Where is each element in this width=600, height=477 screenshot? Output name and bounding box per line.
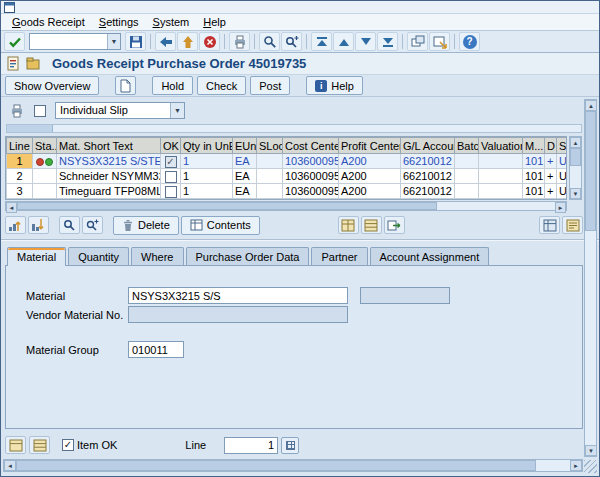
save-icon[interactable] bbox=[125, 32, 146, 51]
delete-button[interactable]: Delete bbox=[113, 216, 179, 235]
scrollbar-thumb[interactable] bbox=[16, 460, 536, 471]
col-cost-center[interactable]: Cost Center bbox=[283, 138, 339, 154]
col-movement[interactable]: M... bbox=[523, 138, 545, 154]
slip-select[interactable]: Individual Slip ▼ bbox=[55, 102, 185, 119]
col-mat-short-text[interactable]: Mat. Short Text bbox=[57, 138, 161, 154]
mat-cell[interactable]: NSYS3X3215 S/STEEL bbox=[57, 154, 161, 169]
sort-ascending-icon[interactable] bbox=[5, 216, 26, 234]
choose-layout-icon[interactable] bbox=[361, 216, 382, 234]
scrollbar-thumb[interactable] bbox=[7, 125, 53, 132]
post-button[interactable]: Post bbox=[250, 76, 290, 95]
col-sloc[interactable]: SLoc bbox=[257, 138, 283, 154]
menu-system[interactable]: System bbox=[146, 15, 197, 29]
header-detail-icon[interactable] bbox=[5, 436, 26, 454]
batch-cell[interactable] bbox=[455, 184, 479, 199]
valuation-cell[interactable] bbox=[479, 184, 523, 199]
layout-grid-icon[interactable] bbox=[338, 216, 359, 234]
scrollbar-thumb[interactable] bbox=[585, 111, 596, 231]
cost-center-cell[interactable]: 103600095 bbox=[283, 154, 339, 169]
stock-cell[interactable]: U bbox=[557, 169, 568, 184]
grid-vertical-scrollbar[interactable]: ▲ ▼ bbox=[569, 136, 582, 200]
main-vertical-scrollbar[interactable]: ▲ ▼ bbox=[584, 99, 597, 457]
menu-goods-receipt[interactable]: Goods Receipt bbox=[5, 15, 92, 29]
movement-cell[interactable]: 101 bbox=[523, 154, 545, 169]
scroll-right-icon[interactable]: ► bbox=[570, 460, 582, 471]
slip-checkbox[interactable] bbox=[34, 105, 46, 117]
debit-cell[interactable]: + bbox=[545, 154, 557, 169]
scrollbar-groove[interactable] bbox=[437, 202, 555, 210]
export-icon[interactable] bbox=[384, 216, 405, 234]
show-overview-button[interactable]: Show Overview bbox=[5, 76, 99, 95]
find-icon[interactable] bbox=[59, 216, 80, 234]
ok-cell[interactable] bbox=[161, 184, 181, 199]
print-icon[interactable] bbox=[229, 32, 250, 51]
scroll-right-icon[interactable]: ► bbox=[555, 202, 566, 213]
scrollbar-groove[interactable] bbox=[570, 166, 581, 188]
ok-checkbox[interactable] bbox=[165, 171, 177, 183]
find-next-icon[interactable] bbox=[281, 32, 302, 51]
scroll-up-icon[interactable]: ▲ bbox=[570, 137, 581, 148]
col-status[interactable]: Sta... bbox=[33, 138, 57, 154]
chevron-down-icon[interactable]: ▼ bbox=[170, 103, 184, 118]
col-qty[interactable]: Qty in UnE bbox=[181, 138, 233, 154]
window-icon[interactable] bbox=[4, 2, 15, 13]
sloc-cell[interactable] bbox=[257, 169, 283, 184]
debit-cell[interactable]: + bbox=[545, 169, 557, 184]
debit-cell[interactable]: + bbox=[545, 184, 557, 199]
cancel-icon[interactable] bbox=[199, 32, 220, 51]
eun-cell[interactable]: EA bbox=[233, 184, 257, 199]
find-icon[interactable] bbox=[259, 32, 280, 51]
col-profit-center[interactable]: Profit Center bbox=[339, 138, 401, 154]
ok-checkbox[interactable] bbox=[165, 186, 177, 198]
main-horizontal-scrollbar[interactable]: ◄ ► bbox=[3, 459, 583, 472]
col-line[interactable]: Line bbox=[7, 138, 33, 154]
sloc-cell[interactable] bbox=[257, 154, 283, 169]
col-stock[interactable]: S bbox=[557, 138, 568, 154]
line-matchcode-icon[interactable] bbox=[281, 437, 299, 454]
stock-cell[interactable]: U bbox=[557, 154, 568, 169]
scroll-up-icon[interactable]: ▲ bbox=[585, 100, 597, 111]
valuation-cell[interactable] bbox=[479, 154, 523, 169]
grid-horizontal-scrollbar[interactable]: ◄ ► bbox=[5, 201, 567, 211]
qty-cell[interactable]: 1 bbox=[181, 169, 233, 184]
mat-cell[interactable]: Schneider NSYMM32 bbox=[57, 169, 161, 184]
qty-cell[interactable]: 1 bbox=[181, 154, 233, 169]
tab-partner[interactable]: Partner bbox=[311, 247, 367, 265]
goods-receipt-icon[interactable] bbox=[25, 56, 41, 71]
printer-icon[interactable] bbox=[9, 103, 25, 119]
item-detail-icon[interactable] bbox=[29, 436, 50, 454]
last-page-icon[interactable] bbox=[377, 32, 398, 51]
profit-center-cell[interactable]: A200 bbox=[339, 169, 401, 184]
profit-center-cell[interactable]: A200 bbox=[339, 184, 401, 199]
tab-account-assignment[interactable]: Account Assignment bbox=[370, 247, 490, 265]
scroll-left-icon[interactable]: ◄ bbox=[4, 460, 16, 471]
col-batch[interactable]: Batch bbox=[455, 138, 479, 154]
line-cell[interactable]: 2 bbox=[7, 169, 33, 184]
scrollbar-groove[interactable] bbox=[536, 460, 570, 471]
upper-horizontal-scrollbar[interactable] bbox=[6, 124, 582, 133]
status-cell[interactable] bbox=[33, 184, 57, 199]
batch-cell[interactable] bbox=[455, 169, 479, 184]
sort-descending-icon[interactable] bbox=[28, 216, 49, 234]
col-eun[interactable]: EUn bbox=[233, 138, 257, 154]
line-input[interactable] bbox=[224, 437, 278, 454]
material-input[interactable] bbox=[128, 287, 348, 304]
scrollbar-groove[interactable] bbox=[585, 231, 596, 445]
material-group-input[interactable] bbox=[128, 341, 184, 358]
page-down-icon[interactable] bbox=[355, 32, 376, 51]
exit-icon[interactable] bbox=[177, 32, 198, 51]
details-icon[interactable] bbox=[562, 216, 583, 234]
valuation-cell[interactable] bbox=[479, 169, 523, 184]
help-icon[interactable]: ? bbox=[459, 32, 480, 51]
hold-button[interactable]: Hold bbox=[152, 76, 193, 95]
menu-settings[interactable]: Settings bbox=[92, 15, 146, 29]
scrollbar-thumb[interactable] bbox=[570, 148, 581, 166]
create-shortcut-icon[interactable] bbox=[429, 32, 450, 51]
tab-quantity[interactable]: Quantity bbox=[68, 247, 129, 265]
resize-grip[interactable] bbox=[584, 460, 597, 473]
col-valuation[interactable]: Valuation T... bbox=[479, 138, 523, 154]
gl-account-cell[interactable]: 66210012 bbox=[401, 154, 455, 169]
scroll-left-icon[interactable]: ◄ bbox=[6, 202, 17, 213]
menu-help[interactable]: Help bbox=[196, 15, 233, 29]
line-cell[interactable]: 1 bbox=[7, 154, 33, 169]
